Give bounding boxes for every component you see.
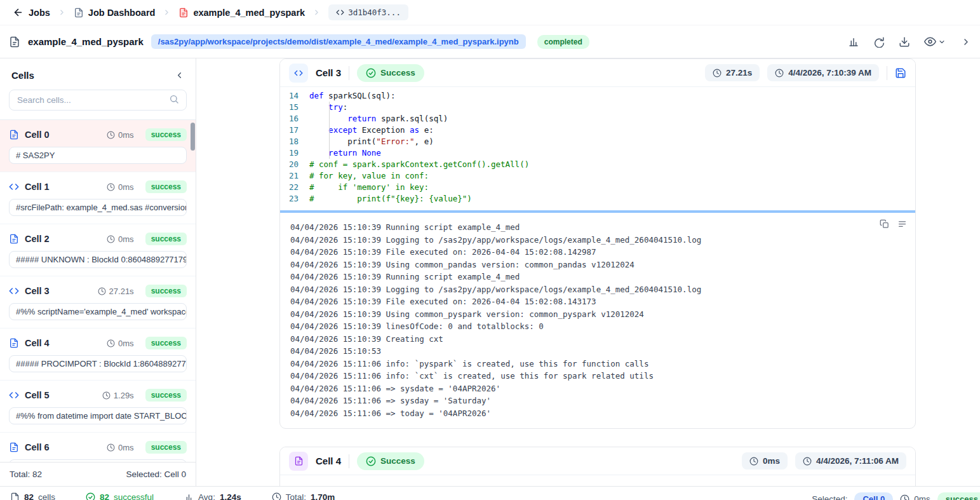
analytics-button[interactable] bbox=[848, 36, 859, 48]
code-cell-icon bbox=[289, 64, 308, 83]
cell3-log: 04/04/2026 15:10:39 Running script examp… bbox=[290, 221, 905, 419]
cell4-status-badge: Success bbox=[357, 452, 424, 470]
line-number: 20 bbox=[280, 159, 309, 170]
page-title: example_4_med_pyspark bbox=[28, 36, 144, 47]
search-icon bbox=[169, 94, 179, 104]
log-line: 04/04/2026 15:10:39 Running script examp… bbox=[290, 271, 905, 283]
cell-name: Cell 1 bbox=[25, 182, 50, 192]
sidebar-scrollbar[interactable] bbox=[191, 123, 195, 151]
cell-preview: # SAS2PY bbox=[9, 147, 187, 164]
code-line: 17 except Exception as e: bbox=[280, 125, 915, 136]
cell-list-item[interactable]: Cell 51.29ssuccess#%% from datetime impo… bbox=[0, 381, 196, 433]
collapse-panel-button[interactable] bbox=[961, 37, 971, 47]
avg-stat: Avg: 1.24s bbox=[184, 492, 241, 500]
successful-value: 82 bbox=[100, 492, 109, 500]
breadcrumb-back[interactable]: Jobs bbox=[13, 7, 50, 18]
cell3-timestamp: 4/4/2026, 7:10:39 AM bbox=[767, 64, 879, 81]
cell-item-header: Cell 51.29ssuccess bbox=[9, 389, 187, 402]
save-cell-button[interactable] bbox=[895, 67, 906, 79]
search-input[interactable] bbox=[9, 90, 187, 111]
cell-list-item[interactable]: Cell 20mssuccess##### UNKNOWN : BlockId … bbox=[0, 224, 196, 276]
clock-icon bbox=[775, 69, 784, 78]
log-line: 04/04/2026 15:10:39 File executed on: 20… bbox=[290, 246, 905, 259]
download-button[interactable] bbox=[899, 36, 910, 48]
chevron-down-icon bbox=[938, 38, 946, 46]
cell-item-header: Cell 40mssuccess bbox=[9, 337, 187, 349]
document-icon-red bbox=[178, 8, 189, 18]
wrap-lines-button[interactable] bbox=[897, 219, 907, 229]
cell-item-header: Cell 60mssuccess bbox=[9, 441, 187, 454]
cell-name: Cell 3 bbox=[25, 286, 50, 296]
total-value: 1.70m bbox=[311, 492, 335, 500]
document-icon bbox=[9, 36, 20, 48]
visibility-dropdown-button[interactable] bbox=[924, 36, 946, 48]
file-header-bar: example_4_med_pyspark /sas2py/app/worksp… bbox=[0, 25, 980, 58]
cell3-status-text: Success bbox=[380, 68, 415, 78]
breadcrumb-item-label: example_4_med_pyspark bbox=[193, 8, 305, 18]
avg-value: 1.24s bbox=[220, 492, 241, 500]
chevron-right-icon bbox=[163, 8, 171, 17]
cell-list-item[interactable]: Cell 00mssuccess# SAS2PY bbox=[0, 120, 196, 172]
selected-cell-badge[interactable]: Cell 0 bbox=[854, 492, 893, 500]
cell-list-item[interactable]: Cell 40mssuccess##### PROCIMPORT : Block… bbox=[0, 328, 196, 381]
cell-list-item[interactable]: Cell 60mssuccess##### PROCMEANS : BlockI… bbox=[0, 433, 196, 462]
chevron-right-icon bbox=[58, 8, 66, 17]
log-line: 04/04/2026 15:10:39 Running script examp… bbox=[290, 221, 905, 234]
code-text: return spark.sql(sql) bbox=[309, 113, 448, 125]
cell-status-badge: success bbox=[145, 441, 187, 454]
log-line: 04/04/2026 15:11:06 info: `pyspark` is c… bbox=[290, 358, 905, 370]
cell4-duration: 0ms bbox=[742, 452, 788, 470]
bar-chart-icon bbox=[848, 36, 859, 48]
breadcrumb-run-id[interactable]: 3d1b40f3... bbox=[328, 4, 408, 20]
sidebar-collapse-button[interactable] bbox=[175, 71, 184, 80]
log-line: 04/04/2026 15:11:06 => today = '04APR202… bbox=[290, 407, 905, 420]
line-number: 21 bbox=[280, 170, 309, 182]
cell-list-item[interactable]: Cell 327.21ssuccess#%% scriptName='examp… bbox=[0, 276, 196, 328]
code-line: 22# if 'memory' in key: bbox=[280, 182, 915, 193]
code-line: 19 return None bbox=[280, 147, 915, 159]
chevron-right-icon bbox=[961, 37, 971, 47]
cell-status-badge: success bbox=[145, 337, 187, 349]
copy-icon bbox=[880, 219, 889, 229]
code-line: 14def sparkSQL(sql): bbox=[280, 90, 915, 102]
code-text: except Exception as e: bbox=[309, 125, 434, 136]
cell-duration-text: 0ms bbox=[118, 130, 134, 140]
check-circle-icon bbox=[366, 68, 376, 78]
cell-item-header: Cell 00mssuccess bbox=[9, 128, 187, 141]
code-line: 21# for key, value in conf: bbox=[280, 170, 915, 182]
cell3-output[interactable]: 04/04/2026 15:10:39 Running script examp… bbox=[280, 213, 915, 428]
run-id-label: 3d1b40f3... bbox=[348, 8, 401, 17]
line-number: 22 bbox=[280, 182, 309, 193]
cell-item-header: Cell 20mssuccess bbox=[9, 233, 187, 245]
cell-duration: 0ms bbox=[107, 443, 134, 452]
cell-duration-text: 0ms bbox=[118, 182, 134, 192]
cell3-code-editor[interactable]: 14def sparkSQL(sql):15 try:16 return spa… bbox=[280, 87, 915, 210]
code-icon bbox=[336, 8, 344, 17]
markdown-cell-icon bbox=[289, 452, 308, 471]
breadcrumb-item-job-dashboard[interactable]: Job Dashboard bbox=[74, 8, 156, 18]
line-number: 17 bbox=[280, 125, 309, 136]
line-number: 16 bbox=[280, 113, 309, 125]
cell-name: Cell 5 bbox=[25, 390, 50, 400]
breadcrumb-item-notebook[interactable]: example_4_med_pyspark bbox=[178, 8, 305, 18]
clock-icon bbox=[803, 457, 812, 466]
cells-selected: Selected: Cell 0 bbox=[126, 470, 186, 479]
cell-duration-text: 0ms bbox=[118, 339, 134, 348]
log-line: 04/04/2026 15:10:39 Logging to /sas2py/a… bbox=[290, 234, 905, 247]
cell-duration: 27.21s bbox=[98, 287, 134, 296]
notebook-path-badge[interactable]: /sas2py/app/workspace/projects/demo/dist… bbox=[151, 34, 526, 49]
status-badge: completed bbox=[537, 35, 589, 49]
cell4-title: Cell 4 bbox=[316, 456, 341, 466]
code-line: 23# print(f"{key}: {value}") bbox=[280, 193, 915, 205]
refresh-button[interactable] bbox=[873, 36, 885, 48]
cell-list-item[interactable]: Cell 10mssuccess#srcFilePath: example_4_… bbox=[0, 172, 196, 224]
cells-count-stat: 82 cells bbox=[10, 492, 55, 500]
breadcrumb-item-label: Job Dashboard bbox=[88, 8, 156, 18]
cell-preview: ##### PROCIMPORT : BlockId 1:86048892771… bbox=[9, 355, 187, 372]
download-icon bbox=[899, 36, 910, 48]
document-icon bbox=[74, 8, 84, 18]
copy-output-button[interactable] bbox=[880, 219, 889, 229]
cell-status-badge: success bbox=[145, 285, 187, 297]
cell-item-header: Cell 10mssuccess bbox=[9, 180, 187, 193]
clock-icon bbox=[107, 131, 115, 139]
